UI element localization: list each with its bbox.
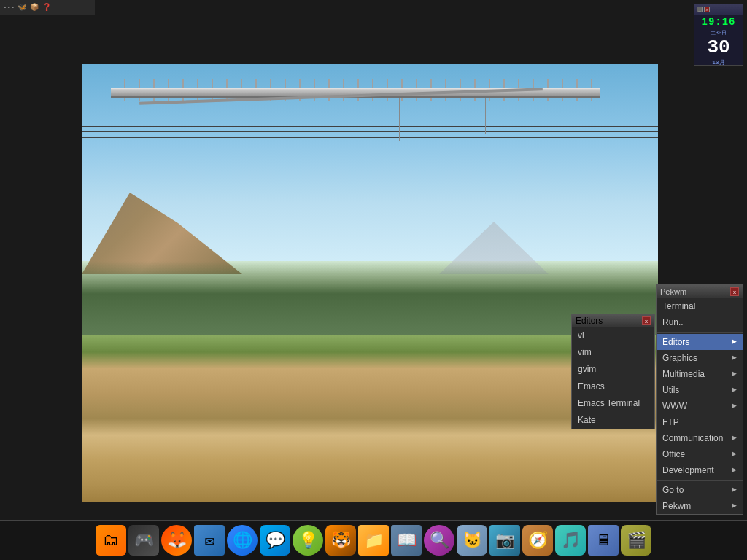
pekwm-menu: Pekwm x Terminal Run.. Editors ▶ Graphic… bbox=[656, 284, 743, 515]
editors-menu-item-emacs-terminal[interactable]: Emacs Terminal bbox=[572, 395, 654, 412]
taskbar-label: --- bbox=[3, 4, 15, 11]
lamp-icon[interactable]: 💡 bbox=[293, 525, 323, 556]
monitor-icon[interactable]: 🖥 bbox=[588, 525, 619, 556]
pekwm-menu-item-multimedia[interactable]: Multimedia ▶ bbox=[657, 366, 743, 382]
pekwm-menu-item-editors[interactable]: Editors ▶ bbox=[657, 334, 743, 350]
editors-menu-item-vim[interactable]: vim bbox=[572, 344, 654, 361]
editors-menu-item-vi[interactable]: vi bbox=[572, 327, 654, 344]
pekwm-menu-item-goto[interactable]: Go to ▶ bbox=[657, 482, 743, 498]
editors-menu-close-button[interactable]: x bbox=[642, 316, 651, 325]
clock-time-display: 19:16 bbox=[694, 15, 743, 29]
pekwm-menu-item-graphics[interactable]: Graphics ▶ bbox=[657, 350, 743, 366]
video-icon[interactable]: 🎬 bbox=[621, 525, 651, 556]
firefox-icon[interactable]: 🦊 bbox=[161, 525, 192, 556]
editors-menu-item-emacs[interactable]: Emacs bbox=[572, 378, 654, 395]
taskbar-top: --- 🦋 📦 ❓ bbox=[0, 0, 95, 15]
clock-titlebar: _ x bbox=[694, 4, 743, 15]
files-icon[interactable]: 🗂 bbox=[96, 525, 126, 556]
mail-icon[interactable]: ✉ bbox=[194, 525, 225, 556]
dock: 🗂 🎮 🦊 ✉ 🌐 💬 💡 🐯 📁 📖 🔍 🐱 📷 🧭 🎵 🖥 🎬 bbox=[0, 520, 747, 560]
pekwm-menu-title: Pekwm bbox=[660, 287, 686, 296]
help-icon[interactable]: ❓ bbox=[42, 2, 52, 12]
skype-icon[interactable]: 💬 bbox=[260, 525, 290, 556]
cat-icon[interactable]: 🐱 bbox=[457, 525, 487, 556]
photo-icon[interactable]: 📷 bbox=[489, 525, 520, 556]
pekwm-menu-item-pekwm[interactable]: Pekwm ▶ bbox=[657, 498, 743, 514]
globe-icon[interactable]: 🌐 bbox=[227, 525, 258, 556]
dict-icon[interactable]: 📖 bbox=[391, 525, 422, 556]
crane-decoration bbox=[82, 73, 658, 160]
pekwm-menu-item-utils[interactable]: Utils ▶ bbox=[657, 382, 743, 398]
editors-menu-titlebar: Editors x bbox=[572, 314, 654, 327]
wallpaper-image bbox=[82, 64, 658, 502]
clock-day-display: 30 bbox=[694, 36, 743, 58]
pekwm-menu-close-button[interactable]: x bbox=[730, 287, 739, 296]
clock-date-label: 土30日 bbox=[694, 29, 743, 36]
tiger-icon[interactable]: 🐯 bbox=[325, 525, 356, 556]
search-icon[interactable]: 🔍 bbox=[424, 525, 454, 556]
butterfly-icon[interactable]: 🦋 bbox=[17, 2, 27, 12]
clock-close-button[interactable]: x bbox=[704, 7, 710, 12]
pekwm-menu-item-terminal[interactable]: Terminal bbox=[657, 298, 743, 314]
pekwm-menu-item-office[interactable]: Office ▶ bbox=[657, 446, 743, 462]
pekwm-menu-item-www[interactable]: WWW ▶ bbox=[657, 398, 743, 414]
clock-month-display: 10月 bbox=[694, 58, 743, 66]
pekwm-menu-item-run[interactable]: Run.. bbox=[657, 314, 743, 330]
pekwm-menu-item-ftp[interactable]: FTP bbox=[657, 414, 743, 430]
editors-menu-title: Editors bbox=[576, 316, 603, 326]
editors-menu-item-gvim[interactable]: gvim bbox=[572, 361, 654, 378]
pekwm-menu-item-development[interactable]: Development ▶ bbox=[657, 462, 743, 478]
clock-minimize-button[interactable]: _ bbox=[697, 7, 703, 12]
editors-menu-item-kate[interactable]: Kate bbox=[572, 412, 654, 429]
pekwm-menu-item-communication[interactable]: Communication ▶ bbox=[657, 430, 743, 446]
folder-icon[interactable]: 📁 bbox=[358, 525, 389, 556]
compass-icon[interactable]: 🧭 bbox=[522, 525, 553, 556]
box-icon[interactable]: 📦 bbox=[29, 2, 39, 12]
editors-menu: Editors x vi vim gvim Emacs Emacs Termin… bbox=[571, 314, 655, 429]
pekwm-menu-titlebar: Pekwm x bbox=[657, 285, 743, 298]
gamepad-icon[interactable]: 🎮 bbox=[128, 525, 159, 556]
itunes-icon[interactable]: 🎵 bbox=[555, 525, 586, 556]
desktop: --- 🦋 📦 ❓ _ x 19:16 土30日 30 10月 Pekwm x … bbox=[0, 0, 747, 560]
clock-widget: _ x 19:16 土30日 30 10月 bbox=[694, 4, 743, 66]
